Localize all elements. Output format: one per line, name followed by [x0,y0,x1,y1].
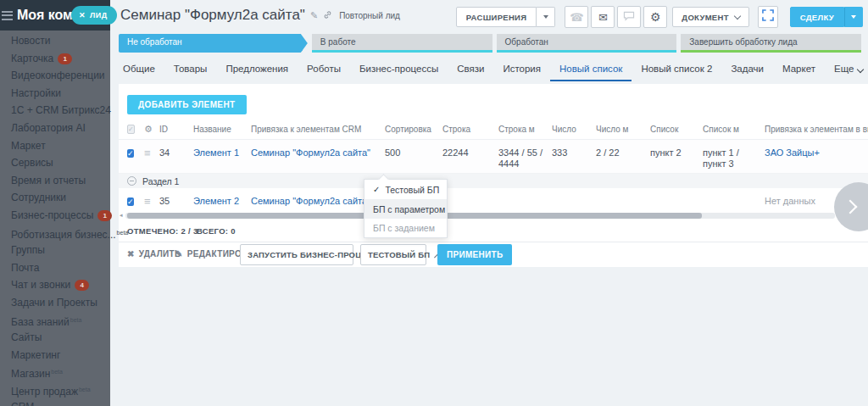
run-business-process-select[interactable]: ЗАПУСТИТЬ БИЗНЕС-ПРОЦЕ.. [240,244,353,265]
tab-robots[interactable]: Роботы [298,56,350,81]
tab-quotes[interactable]: Предложения [216,56,298,81]
company-link[interactable]: ЗАО Зайцы+ [765,147,820,158]
cell-string: 22244 [442,147,498,158]
row-checkbox[interactable]: ✓ [127,197,134,206]
group-actions-bar: ✖ УДАЛИТЬ ✎ РЕДАКТИРОВАТЬ ЗАПУСТИТЬ БИЗН… [119,242,868,268]
tab-products[interactable]: Товары [164,56,217,81]
column-header-number[interactable]: Число [552,125,596,134]
column-header-list[interactable]: Список [650,125,703,134]
cell-id: 34 [159,147,193,158]
cell-string-m: 3344 / 55 / 4444 [498,147,552,170]
tab-general[interactable]: Общие [119,56,164,81]
apply-button[interactable]: ПРИМЕНИТЬ [437,244,512,265]
sidebar-item-groups[interactable]: Группы [0,242,110,259]
element-link[interactable]: Элемент 1 [193,147,239,158]
sidebar-item-ai-lab[interactable]: Лаборатория AI [0,120,110,137]
tab-new-list-2[interactable]: Новый список 2 [632,56,721,81]
sidebar-item-card[interactable]: Карточка1 [0,50,110,68]
sidebar-item-settings[interactable]: Настройки [0,85,110,103]
tab-more[interactable]: Еще [825,56,868,81]
column-header-sort[interactable]: Сортировка [385,125,442,134]
list-card: ДОБАВИТЬ ЭЛЕМЕНТ ✓ ⚙ ID Название Привязк… [119,84,868,267]
table-header: ✓ ⚙ ID Название Привязка к элементам CRM… [119,119,868,140]
notification-badge: 4 [75,280,89,291]
dropdown-item-test-bp[interactable]: ✓ Тестовый БП [364,180,447,200]
crm-binding-link[interactable]: Семинар "Формул2а сайта" [251,196,370,206]
chat-button[interactable] [617,6,641,28]
link-icon[interactable] [323,10,332,21]
column-header-string-m[interactable]: Строка м [498,125,552,134]
tab-new-list[interactable]: Новый список [550,56,632,81]
sidebar-item-1c-crm[interactable]: 1С + CRM Битрикс24 [0,102,110,120]
sidebar-item-rpa[interactable]: Роботизация бизнес...beta [0,225,110,242]
sidebar-item-market[interactable]: Маркет [0,137,110,155]
grid-settings-gear-icon[interactable]: ⚙ [144,124,153,134]
sidebar-item-business-processes[interactable]: Бизнес-процессы1 [0,207,110,225]
stage-not-processed[interactable]: Не обработан [119,34,308,53]
column-header-number-m[interactable]: Число м [596,125,650,134]
sidebar-item-chat-calls[interactable]: Чат и звонки4 [0,276,110,294]
extensions-button[interactable]: РАСШИРЕНИЯ [456,7,537,27]
collapse-section-icon[interactable] [127,176,136,186]
dropdown-item-bp-with-parameter[interactable]: БП с параметром [364,200,447,219]
beta-label: beta [79,387,91,392]
close-icon[interactable]: ✕ [79,12,86,19]
horizontal-scrollbar[interactable] [125,213,835,219]
sidebar-item-sales-center[interactable]: Центр продажbeta [0,381,110,399]
mail-button[interactable]: ✉ [591,6,615,28]
sidebar-item-time-reports[interactable]: Время и отчеты [0,172,110,190]
sidebar-item-knowledge-base[interactable]: База знанийbeta [0,312,110,330]
sidebar-item-employees[interactable]: Сотрудники [0,189,110,207]
crm-binding-link[interactable]: Семинар "Формул2а сайта" [251,147,370,158]
cell-sort: 500 [385,147,442,158]
sidebar-item-sites[interactable]: Сайты [0,329,110,347]
sidebar-item-tasks-projects[interactable]: Задачи и Проекты [0,294,110,312]
row-checkbox[interactable]: ✓ [127,149,134,158]
hamburger-menu-icon[interactable] [2,8,13,22]
stage-processed[interactable]: Обработан [497,34,677,53]
dropdown-item-bp-with-task[interactable]: БП с заданием [364,219,447,237]
sidebar-item-crm[interactable]: CRM [0,398,110,406]
fullscreen-button[interactable] [758,6,778,28]
create-deal-button[interactable]: СДЕЛКУ [790,7,844,27]
sidebar-item-videoconf[interactable]: Видеоконференции [0,67,110,85]
lead-tab-label: ЛИД [90,11,108,19]
scroll-left-arrow-icon[interactable]: ◂ [120,212,123,219]
tab-tasks[interactable]: Задачи [721,56,773,81]
column-header-string[interactable]: Строка [442,125,498,134]
stage-in-progress[interactable]: В работе [312,34,492,53]
caret-down-icon [543,15,548,19]
column-header-list-m[interactable]: Список м [703,125,765,134]
drag-handle-icon[interactable]: ≡ [144,147,151,159]
settings-button[interactable]: ⚙ [643,6,667,28]
column-header-element-binding[interactable]: Привязка к элементам в виде с [765,125,868,134]
phone-button[interactable]: ☎ [565,6,588,28]
tab-business-processes[interactable]: Бизнес-процессы [350,56,448,81]
delete-button[interactable]: ✖ УДАЛИТЬ [127,249,181,259]
lead-tab-pill[interactable]: ✕ ЛИД [71,6,117,25]
business-process-select[interactable]: ТЕСТОВЫЙ БП [360,244,426,265]
table-row: ✓ ≡ 35 Элемент 2 Семинар "Формул2а сайта… [119,188,868,212]
tab-history[interactable]: История [493,56,550,81]
column-header-crm-binding[interactable]: Привязка к элементам CRM [251,125,385,134]
tab-connections[interactable]: Связи [448,56,493,81]
extensions-dropdown-button[interactable] [537,7,555,27]
document-button[interactable]: ДОКУМЕНТ [672,7,748,27]
sidebar-item-mail[interactable]: Почта [0,259,110,277]
sidebar-item-services[interactable]: Сервисы [0,154,110,172]
add-element-button[interactable]: ДОБАВИТЬ ЭЛЕМЕНТ [127,95,247,114]
sidebar-item-shop[interactable]: Магазинbeta [0,364,110,381]
sidebar-item-news[interactable]: Новости [0,32,110,50]
element-link[interactable]: Элемент 2 [193,196,239,206]
drag-handle-icon[interactable]: ≡ [144,195,151,208]
table-row: ✓ ≡ 34 Элемент 1 Семинар "Формул2а сайта… [119,140,868,174]
column-header-name[interactable]: Название [193,125,251,134]
select-all-checkbox[interactable]: ✓ [127,125,135,134]
create-deal-dropdown-button[interactable] [844,7,863,27]
chevron-down-icon [857,66,864,73]
tab-market[interactable]: Маркет [773,56,825,81]
stage-finish-lead[interactable]: Завершить обработку лида [681,34,861,53]
sidebar-item-marketing[interactable]: Маркетинг [0,347,110,364]
column-header-id[interactable]: ID [159,125,193,134]
edit-title-icon[interactable]: ✎ [310,11,318,20]
